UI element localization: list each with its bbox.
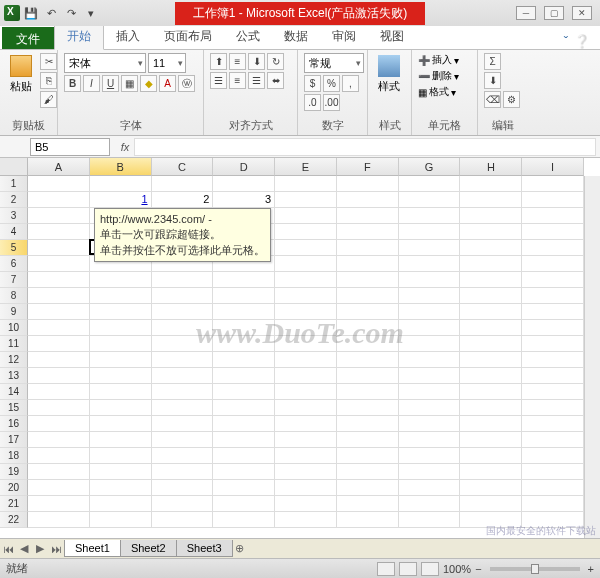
cell-A7[interactable] (28, 272, 90, 288)
cell-C7[interactable] (152, 272, 214, 288)
sort-filter-icon[interactable]: ⚙ (503, 91, 520, 108)
zoom-in-icon[interactable]: + (588, 563, 594, 575)
row-header-13[interactable]: 13 (0, 368, 28, 384)
sheet-tab-1[interactable]: Sheet1 (64, 540, 121, 557)
row-header-19[interactable]: 19 (0, 464, 28, 480)
cell-F10[interactable] (337, 320, 399, 336)
cell-C10[interactable] (152, 320, 214, 336)
column-header-B[interactable]: B (90, 158, 152, 176)
cell-D12[interactable] (213, 352, 275, 368)
zoom-out-icon[interactable]: − (475, 563, 481, 575)
cell-D20[interactable] (213, 480, 275, 496)
cell-D18[interactable] (213, 448, 275, 464)
tab-layout[interactable]: 页面布局 (152, 24, 224, 49)
cell-B21[interactable] (90, 496, 152, 512)
cell-G16[interactable] (399, 416, 461, 432)
cell-C18[interactable] (152, 448, 214, 464)
cell-G9[interactable] (399, 304, 461, 320)
cell-I14[interactable] (522, 384, 584, 400)
cell-E17[interactable] (275, 432, 337, 448)
cell-A3[interactable] (28, 208, 90, 224)
insert-cells-button[interactable]: ➕插入▾ (418, 53, 459, 67)
row-header-3[interactable]: 3 (0, 208, 28, 224)
cell-C13[interactable] (152, 368, 214, 384)
fx-icon[interactable]: fx (116, 141, 134, 153)
cell-F6[interactable] (337, 256, 399, 272)
maximize-button[interactable]: ▢ (544, 6, 564, 20)
cell-F16[interactable] (337, 416, 399, 432)
cell-E19[interactable] (275, 464, 337, 480)
cell-I17[interactable] (522, 432, 584, 448)
cell-H14[interactable] (460, 384, 522, 400)
row-header-18[interactable]: 18 (0, 448, 28, 464)
row-header-8[interactable]: 8 (0, 288, 28, 304)
cut-icon[interactable]: ✂ (40, 53, 57, 70)
cell-G14[interactable] (399, 384, 461, 400)
column-header-H[interactable]: H (460, 158, 522, 176)
sheet-nav-last-icon[interactable]: ⏭ (48, 543, 64, 555)
column-header-F[interactable]: F (337, 158, 399, 176)
cell-E10[interactable] (275, 320, 337, 336)
sheet-nav-prev-icon[interactable]: ◀ (16, 542, 32, 555)
cell-C9[interactable] (152, 304, 214, 320)
cell-I5[interactable] (522, 240, 584, 256)
cell-C12[interactable] (152, 352, 214, 368)
formula-input[interactable] (134, 138, 596, 156)
row-header-12[interactable]: 12 (0, 352, 28, 368)
tab-review[interactable]: 审阅 (320, 24, 368, 49)
column-header-D[interactable]: D (213, 158, 275, 176)
cell-C15[interactable] (152, 400, 214, 416)
cell-F11[interactable] (337, 336, 399, 352)
column-header-G[interactable]: G (399, 158, 461, 176)
qat-customize-icon[interactable]: ▾ (82, 4, 100, 22)
row-header-1[interactable]: 1 (0, 176, 28, 192)
cell-I9[interactable] (522, 304, 584, 320)
cell-A17[interactable] (28, 432, 90, 448)
ribbon-minimize-icon[interactable]: ˇ (564, 34, 568, 49)
cell-H1[interactable] (460, 176, 522, 192)
cell-F8[interactable] (337, 288, 399, 304)
row-header-20[interactable]: 20 (0, 480, 28, 496)
cell-F15[interactable] (337, 400, 399, 416)
cell-I1[interactable] (522, 176, 584, 192)
cell-B11[interactable] (90, 336, 152, 352)
cell-H19[interactable] (460, 464, 522, 480)
zoom-value[interactable]: 100% (443, 563, 471, 575)
autosum-icon[interactable]: Σ (484, 53, 501, 70)
cell-A10[interactable] (28, 320, 90, 336)
cell-A12[interactable] (28, 352, 90, 368)
cell-F22[interactable] (337, 512, 399, 528)
paste-button[interactable]: 粘贴 (6, 53, 36, 96)
font-name-combo[interactable]: 宋体 (64, 53, 146, 73)
close-button[interactable]: ✕ (572, 6, 592, 20)
cell-I2[interactable] (522, 192, 584, 208)
cell-B12[interactable] (90, 352, 152, 368)
row-header-17[interactable]: 17 (0, 432, 28, 448)
cell-F14[interactable] (337, 384, 399, 400)
cell-I8[interactable] (522, 288, 584, 304)
sheet-nav-first-icon[interactable]: ⏮ (0, 543, 16, 555)
cell-G22[interactable] (399, 512, 461, 528)
cell-D2[interactable]: 3 (213, 192, 275, 208)
cell-E14[interactable] (275, 384, 337, 400)
cell-F3[interactable] (337, 208, 399, 224)
cell-C2[interactable]: 2 (152, 192, 214, 208)
cell-I21[interactable] (522, 496, 584, 512)
cell-G4[interactable] (399, 224, 461, 240)
cell-D19[interactable] (213, 464, 275, 480)
cell-H12[interactable] (460, 352, 522, 368)
cell-G18[interactable] (399, 448, 461, 464)
cell-F2[interactable] (337, 192, 399, 208)
row-header-7[interactable]: 7 (0, 272, 28, 288)
cell-E8[interactable] (275, 288, 337, 304)
cell-H11[interactable] (460, 336, 522, 352)
view-pagebreak-icon[interactable] (421, 562, 439, 576)
fill-color-button[interactable]: ◆ (140, 75, 157, 92)
decrease-decimal-icon[interactable]: .00 (323, 94, 340, 111)
cell-C14[interactable] (152, 384, 214, 400)
cell-B2[interactable]: 1 (90, 192, 152, 208)
cell-H6[interactable] (460, 256, 522, 272)
cell-I11[interactable] (522, 336, 584, 352)
cell-H9[interactable] (460, 304, 522, 320)
cell-G3[interactable] (399, 208, 461, 224)
